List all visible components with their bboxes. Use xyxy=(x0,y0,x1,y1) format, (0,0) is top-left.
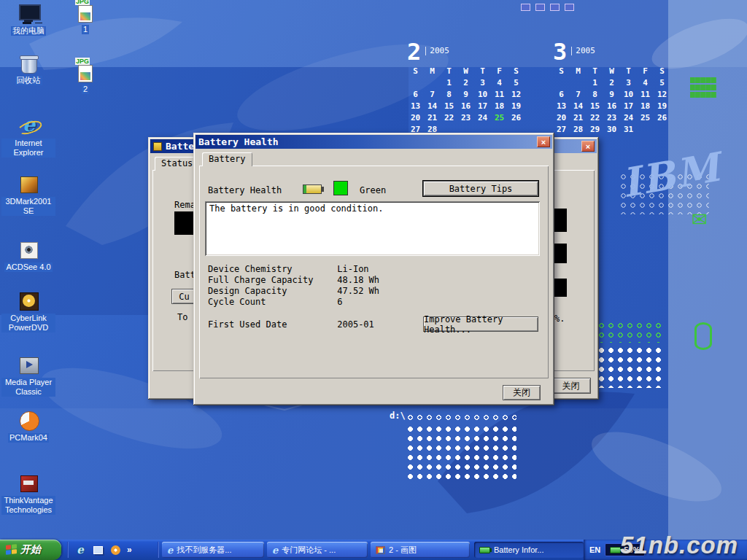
calendar-day: 14 xyxy=(424,101,441,111)
calendar-day: 18 xyxy=(637,101,654,111)
calendar-day: 3 xyxy=(620,78,637,88)
calendar-day: 12 xyxy=(654,90,670,99)
calendar-header: 32005 xyxy=(553,38,670,63)
calendar-day: 22 xyxy=(587,113,603,122)
detail-row: Full Charge Capacity 48.18 Wh xyxy=(208,275,379,285)
language-indicator[interactable]: EN xyxy=(589,545,600,554)
desktop-icon-recycle-bin[interactable]: 回收站 xyxy=(1,52,55,85)
icon-label: Media Player Classic xyxy=(1,378,55,397)
calendar-day: 20 xyxy=(407,113,424,122)
recycle-bin-icon xyxy=(17,52,40,74)
desktop-icon-jpg-2[interactable]: JPG 2 xyxy=(58,61,112,94)
calendar-day: 8 xyxy=(587,90,603,99)
calendar-day: 6 xyxy=(407,90,424,99)
note-icon xyxy=(535,4,545,11)
calendar-dow: T xyxy=(620,66,637,76)
calendar-day: 21 xyxy=(570,113,587,122)
task-button-battery-information[interactable]: Battery Infor... xyxy=(474,542,584,558)
paint-icon xyxy=(376,546,385,554)
green-dots-pattern xyxy=(597,321,662,343)
task-button-server-not-found[interactable]: e 找不到服务器... xyxy=(162,542,264,558)
detail-value: 47.52 Wh xyxy=(337,286,379,296)
window-title: Battery Health xyxy=(198,136,279,147)
calendar-day: 29 xyxy=(587,125,603,134)
icon-label: 3DMark2001 SE xyxy=(1,197,55,216)
calendar-day: 16 xyxy=(457,101,474,111)
close-button[interactable]: 关闭 xyxy=(503,385,541,400)
icon-label: 2 xyxy=(82,85,89,94)
detail-value: 2005-01 xyxy=(337,319,374,330)
thinkvantage-icon xyxy=(17,472,40,494)
icon-label: 回收站 xyxy=(15,76,42,85)
desktop-icon-internet-explorer[interactable]: Internet Explorer xyxy=(1,115,55,158)
gauge-bar-fragment xyxy=(174,211,194,235)
show-desktop-icon[interactable] xyxy=(90,542,105,557)
ie-icon: e xyxy=(167,545,173,556)
calendar-day: 2 xyxy=(603,78,620,88)
calendar-day: 26 xyxy=(654,113,670,122)
calendar-day: 21 xyxy=(424,113,441,122)
desktop-icon-my-computer[interactable]: 我的电脑 xyxy=(1,3,55,36)
calendar-day xyxy=(654,125,670,134)
calendar-header: 22005 xyxy=(407,38,525,63)
start-button[interactable]: 开始 xyxy=(0,540,61,560)
quick-launch: e » xyxy=(71,540,135,560)
calendar-day: 17 xyxy=(620,101,637,111)
calendar-day: 22 xyxy=(441,113,457,122)
calendar-day xyxy=(570,78,587,88)
calendar-year: 2005 xyxy=(425,47,449,55)
calendar-day: 18 xyxy=(491,101,508,111)
calendar-day: 26 xyxy=(508,113,525,122)
calendar-day: 7 xyxy=(570,90,587,99)
desktop-icon-media-player-classic[interactable]: Media Player Classic xyxy=(1,354,55,397)
taskbar-separator xyxy=(158,542,159,558)
calendar-day: 12 xyxy=(508,90,525,99)
calendar-day: 10 xyxy=(474,90,491,99)
calendar-day: 27 xyxy=(553,125,570,134)
detail-label: Full Charge Capacity xyxy=(208,275,332,285)
close-button[interactable]: 关闭 xyxy=(551,378,591,394)
calendar-day: 30 xyxy=(603,125,620,134)
detail-label: Device Chemistry xyxy=(208,264,332,274)
health-status-text: Green xyxy=(360,185,386,195)
jpg-badge: JPG xyxy=(75,58,90,65)
calendar-day: 14 xyxy=(570,101,587,111)
desktop-icon-acdsee[interactable]: ACDSee 4.0 xyxy=(1,239,55,272)
media-player-classic-icon xyxy=(17,354,40,376)
media-player-quicklaunch-icon[interactable] xyxy=(108,542,123,557)
condition-textbox: The battery is in good condition. xyxy=(205,201,540,256)
task-button-forum[interactable]: e 专门网论坛 - ... xyxy=(267,542,368,558)
task-button-paint[interactable]: 2 - 画图 xyxy=(371,542,470,558)
desktop-icon-3dmark[interactable]: 3DMark2001 SE xyxy=(1,174,55,216)
desktop-icon-pcmark[interactable]: PCMark04 xyxy=(1,410,55,443)
calendar-day: 9 xyxy=(457,90,474,99)
desktop-icon-jpg-1[interactable]: JPG 1 xyxy=(58,1,112,34)
tab-battery[interactable]: Battery xyxy=(202,152,252,166)
battery-tips-button[interactable]: Battery Tips xyxy=(423,181,538,196)
icon-label: 1 xyxy=(82,25,89,34)
thinkpad-access-toolbar xyxy=(518,1,591,12)
acdsee-icon xyxy=(17,239,40,261)
battery-health-titlebar[interactable]: Battery Health xyxy=(196,135,552,149)
desktop-icon-thinkvantage[interactable]: ThinkVantage Technologies xyxy=(1,472,55,515)
quick-launch-more-chevron[interactable]: » xyxy=(127,545,132,555)
calendar-day: 23 xyxy=(603,113,620,122)
white-dots-grid xyxy=(406,424,516,483)
percent-label-partial: %. xyxy=(554,314,565,324)
improve-battery-health-button[interactable]: Improve Battery Health... xyxy=(423,316,538,332)
calendar-day: 5 xyxy=(508,78,525,88)
wallpaper-calendar-march: 32005SMTWTFS1234567891011121314151617181… xyxy=(553,38,670,134)
calendar-day: 11 xyxy=(491,90,508,99)
battery-app-icon xyxy=(153,142,162,151)
desktop-icon-powerdvd[interactable]: CyberLink PowerDVD xyxy=(1,290,55,332)
calendar-day: 13 xyxy=(407,101,424,111)
calendar-day: 11 xyxy=(637,90,654,99)
ie-quicklaunch-icon[interactable]: e xyxy=(73,542,88,557)
calendar-day: 4 xyxy=(491,78,508,88)
close-icon[interactable]: × xyxy=(581,141,595,152)
display-icon xyxy=(550,4,560,11)
close-icon[interactable]: × xyxy=(537,136,550,147)
detail-value: Li-Ion xyxy=(337,264,368,274)
calendar-day: 25 xyxy=(637,113,654,122)
grid-icon xyxy=(690,77,716,98)
